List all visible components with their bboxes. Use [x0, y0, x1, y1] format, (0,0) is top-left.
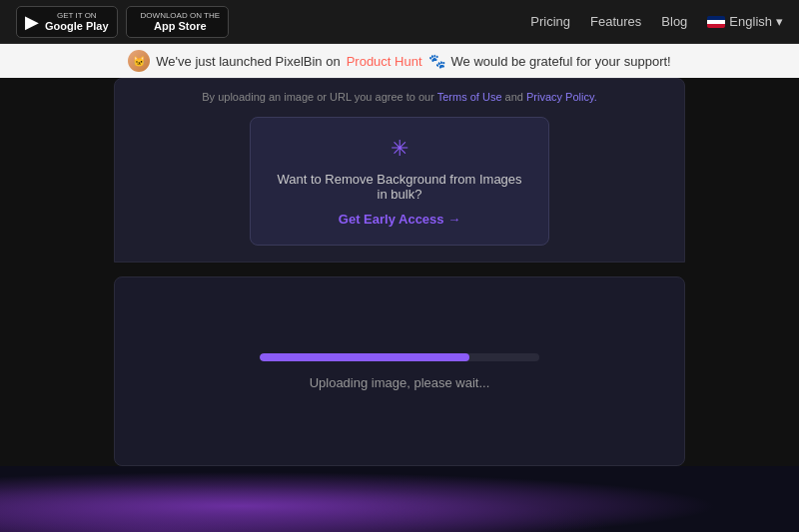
app-store-button[interactable]: Download on the App Store [126, 6, 229, 38]
google-play-button[interactable]: ▶ GET IT ON Google Play [16, 6, 118, 38]
announcement-text-start: We've just launched PixelBin on [156, 54, 340, 69]
bulk-box: ✳ Want to Remove Background from Images … [250, 117, 549, 246]
terms-link[interactable]: Terms of Use [437, 91, 502, 103]
pricing-link[interactable]: Pricing [530, 14, 570, 29]
progress-label: Uploading image, please wait... [310, 375, 490, 390]
paw-icon: 🐾 [428, 53, 445, 69]
features-link[interactable]: Features [590, 14, 641, 29]
nav-left: ▶ GET IT ON Google Play Download on the … [16, 6, 229, 38]
bulk-text: Want to Remove Background from Images in… [271, 172, 528, 202]
progress-bar-fill [260, 353, 469, 361]
google-play-label: Google Play [45, 20, 109, 32]
language-label: English [729, 14, 772, 29]
privacy-link[interactable]: Privacy Policy. [526, 91, 597, 103]
early-access-button[interactable]: Get Early Access → [339, 212, 460, 227]
flag-icon [707, 16, 725, 28]
top-nav: ▶ GET IT ON Google Play Download on the … [0, 0, 799, 44]
avatar: 🐱 [128, 50, 150, 72]
main-content: By uploading an image or URL you agree t… [0, 78, 799, 466]
bulk-icon: ✳ [391, 136, 408, 162]
bottom-gradient [0, 466, 799, 532]
chevron-down-icon: ▾ [776, 14, 783, 29]
announcement-text-end: We would be grateful for your support! [451, 54, 671, 69]
get-it-on-label: GET IT ON [45, 11, 109, 20]
language-selector[interactable]: English ▾ [707, 14, 783, 29]
app-store-label: App Store [141, 20, 220, 32]
google-play-icon: ▶ [25, 11, 39, 33]
download-on-label: Download on the [141, 11, 220, 20]
terms-text: By uploading an image or URL you agree t… [202, 91, 596, 103]
progress-bar-container [260, 353, 539, 361]
blog-link[interactable]: Blog [661, 14, 687, 29]
upload-card: By uploading an image or URL you agree t… [114, 78, 685, 263]
announcement-bar: 🐱 We've just launched PixelBin on Produc… [0, 44, 799, 78]
nav-right: Pricing Features Blog English ▾ [530, 14, 783, 29]
product-hunt-link[interactable]: Product Hunt [347, 54, 422, 69]
progress-section: Uploading image, please wait... [114, 276, 685, 466]
